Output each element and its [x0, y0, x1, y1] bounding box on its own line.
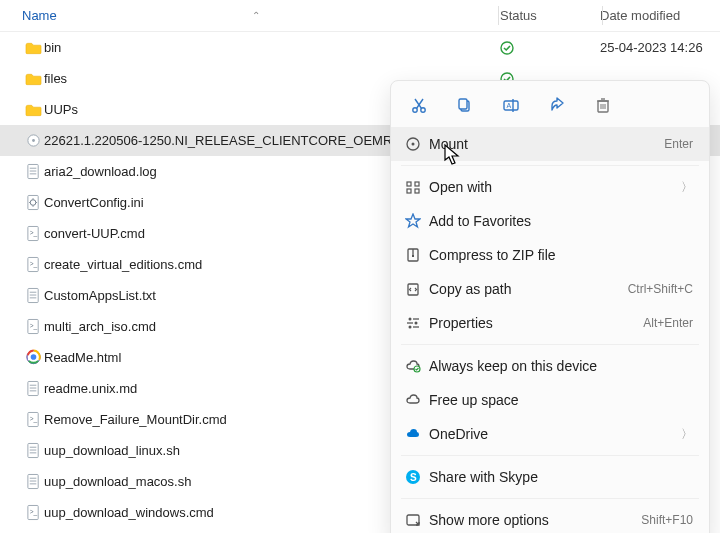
menu-item-label: Always keep on this device	[429, 358, 693, 374]
star-icon	[405, 213, 429, 229]
cut-icon	[411, 97, 427, 113]
sync-ok-icon	[500, 41, 514, 55]
cloud-keep-icon	[405, 358, 429, 374]
props-icon	[405, 315, 429, 331]
file-type-icon	[22, 225, 44, 242]
cut-button[interactable]	[405, 91, 433, 119]
context-menu: MountEnterOpen with〉Add to FavoritesComp…	[390, 80, 710, 533]
context-iconbar	[391, 81, 709, 127]
column-header: Name ⌃ Status Date modified	[0, 0, 720, 32]
skype-icon	[405, 469, 429, 485]
menu-item-label: Copy as path	[429, 281, 628, 297]
file-type-icon	[22, 380, 44, 397]
menu-item-label: Show more options	[429, 512, 641, 528]
file-type-icon	[22, 72, 44, 86]
column-name-label: Name	[22, 8, 57, 23]
openwith-icon	[405, 179, 429, 195]
menu-item-shortcut: Enter	[664, 137, 693, 151]
onedrive-icon	[405, 426, 429, 442]
rename-button[interactable]	[497, 91, 525, 119]
sort-caret-icon: ⌃	[252, 10, 260, 21]
delete-button[interactable]	[589, 91, 617, 119]
menu-item-label: Properties	[429, 315, 643, 331]
menu-item-star[interactable]: Add to Favorites	[391, 204, 709, 238]
menu-item-label: Open with	[429, 179, 681, 195]
copypath-icon	[405, 281, 429, 297]
menu-item-mount[interactable]: MountEnter	[391, 127, 709, 161]
share-icon	[549, 97, 565, 113]
file-status	[500, 41, 600, 55]
file-type-icon	[22, 132, 44, 149]
menu-separator	[401, 165, 699, 166]
menu-separator	[401, 344, 699, 345]
file-type-icon	[22, 41, 44, 55]
chevron-right-icon: 〉	[681, 179, 693, 196]
file-type-icon	[22, 318, 44, 335]
column-status-label: Status	[500, 8, 537, 23]
menu-item-label: OneDrive	[429, 426, 681, 442]
mount-icon	[405, 136, 429, 152]
menu-item-label: Free up space	[429, 392, 693, 408]
menu-item-onedrive[interactable]: OneDrive〉	[391, 417, 709, 451]
column-date-label: Date modified	[600, 8, 680, 23]
menu-item-skype[interactable]: Share with Skype	[391, 460, 709, 494]
file-date: 25-04-2023 14:26	[600, 40, 720, 55]
menu-item-copypath[interactable]: Copy as pathCtrl+Shift+C	[391, 272, 709, 306]
chevron-right-icon: 〉	[681, 426, 693, 443]
menu-item-shortcut: Shift+F10	[641, 513, 693, 527]
file-type-icon	[22, 473, 44, 490]
file-type-icon	[22, 194, 44, 211]
column-date-header[interactable]: Date modified	[600, 8, 720, 23]
file-type-icon	[22, 256, 44, 273]
share-button[interactable]	[543, 91, 571, 119]
copy-icon	[457, 97, 473, 113]
menu-item-label: Add to Favorites	[429, 213, 693, 229]
file-type-icon	[22, 287, 44, 304]
menu-item-cloud-keep[interactable]: Always keep on this device	[391, 349, 709, 383]
menu-item-label: Compress to ZIP file	[429, 247, 693, 263]
delete-icon	[595, 97, 611, 113]
file-type-icon	[22, 442, 44, 459]
file-type-icon	[22, 103, 44, 117]
menu-item-props[interactable]: PropertiesAlt+Enter	[391, 306, 709, 340]
rename-icon	[503, 97, 519, 113]
file-name: bin	[44, 40, 500, 55]
zip-icon	[405, 247, 429, 263]
menu-separator	[401, 455, 699, 456]
menu-item-shortcut: Alt+Enter	[643, 316, 693, 330]
menu-item-more[interactable]: Show more optionsShift+F10	[391, 503, 709, 533]
column-divider	[498, 6, 499, 25]
menu-item-openwith[interactable]: Open with〉	[391, 170, 709, 204]
file-type-icon	[22, 163, 44, 180]
file-type-icon	[22, 411, 44, 428]
menu-separator	[401, 498, 699, 499]
file-row[interactable]: bin25-04-2023 14:26	[0, 32, 720, 63]
file-type-icon	[22, 504, 44, 521]
copy-button[interactable]	[451, 91, 479, 119]
column-status-header[interactable]: Status	[500, 8, 600, 23]
more-icon	[405, 512, 429, 528]
menu-item-cloud-free[interactable]: Free up space	[391, 383, 709, 417]
cloud-free-icon	[405, 392, 429, 408]
menu-item-label: Share with Skype	[429, 469, 693, 485]
menu-item-shortcut: Ctrl+Shift+C	[628, 282, 693, 296]
menu-item-label: Mount	[429, 136, 664, 152]
menu-item-zip[interactable]: Compress to ZIP file	[391, 238, 709, 272]
column-name-header[interactable]: Name ⌃	[22, 8, 500, 23]
file-type-icon	[22, 349, 44, 366]
column-divider	[602, 6, 603, 25]
